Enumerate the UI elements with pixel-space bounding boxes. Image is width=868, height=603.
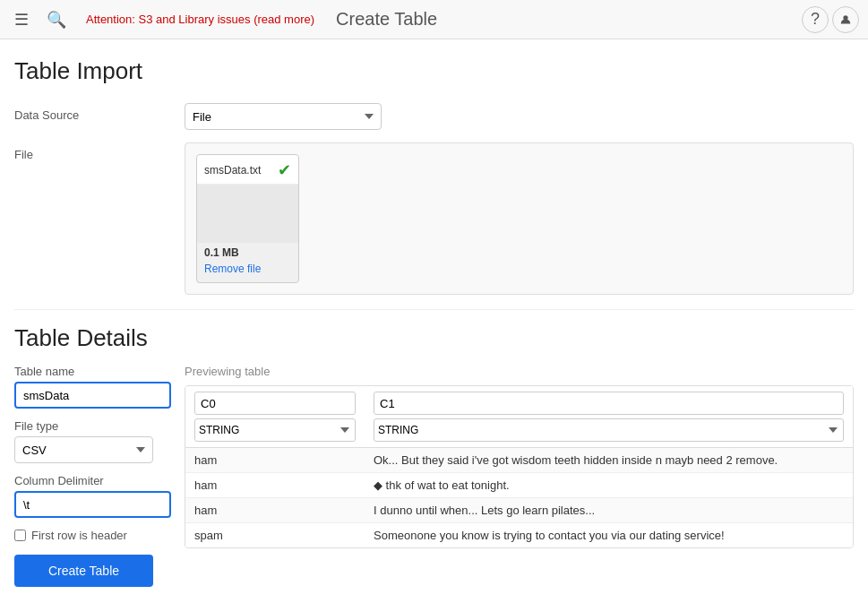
file-name: smsData.txt (204, 164, 261, 177)
details-title: Table Details (14, 324, 854, 352)
first-row-header-checkbox[interactable] (14, 530, 26, 541)
data-source-row: Data Source File S3 URL (14, 103, 854, 130)
column-delimiter-label: Column Delimiter (14, 474, 176, 487)
file-check-icon: ✔ (278, 160, 291, 180)
cell-c1: ◆ thk of wat to eat tonight. (365, 473, 853, 498)
file-type-label: File type (14, 419, 176, 433)
help-icon[interactable]: ? (802, 6, 829, 33)
col-c1-type-select[interactable]: STRING INT FLOAT (374, 418, 844, 442)
preview-header-row: STRING INT FLOAT STRING INT F (185, 386, 853, 448)
file-drop-area[interactable]: smsData.txt ✔ 0.1 MB Remove file (185, 142, 854, 295)
column-c1-header: STRING INT FLOAT (365, 386, 853, 448)
cell-c1: I dunno until when... Lets go learn pila… (365, 498, 853, 523)
details-layout: Table name File type CSV TSV JSON Parque… (14, 365, 854, 587)
file-label: File (14, 142, 185, 161)
first-row-header-label: First row is header (31, 529, 127, 542)
navbar-right: ? (802, 6, 859, 33)
file-size: 0.1 MB (197, 243, 298, 261)
data-source-label: Data Source (14, 103, 185, 122)
cell-c0: ham (185, 473, 365, 498)
col-c0-name-input[interactable] (194, 392, 356, 415)
navbar-title: Create Table (336, 9, 437, 30)
table-name-input[interactable] (14, 382, 171, 409)
file-type-select[interactable]: CSV TSV JSON Parquet (14, 436, 153, 463)
file-card-thumbnail (197, 185, 298, 243)
file-card-header: smsData.txt ✔ (197, 155, 298, 185)
navbar-alert: Attention: S3 and Library issues (read m… (86, 13, 314, 26)
search-icon[interactable]: 🔍 (41, 6, 72, 33)
data-source-select[interactable]: File S3 URL (185, 103, 382, 130)
preview-table-wrap: STRING INT FLOAT STRING INT F (185, 385, 854, 548)
section-divider (14, 309, 854, 310)
create-table-button[interactable]: Create Table (14, 555, 153, 587)
file-card: smsData.txt ✔ 0.1 MB Remove file (196, 154, 299, 283)
table-row: hamI dunno until when... Lets go learn p… (185, 498, 853, 523)
table-row: hamOk... But they said i've got wisdom t… (185, 448, 853, 473)
page-title: Table Import (14, 57, 854, 85)
table-name-label: Table name (14, 365, 176, 378)
cell-c0: ham (185, 448, 365, 473)
remove-file-link[interactable]: Remove file (197, 263, 268, 275)
cell-c0: spam (185, 523, 365, 548)
main-content: Table Import Data Source File S3 URL Fil… (0, 39, 868, 603)
cell-c0: ham (185, 498, 365, 523)
navbar-left: ☰ 🔍 Attention: S3 and Library issues (re… (9, 6, 437, 33)
menu-icon[interactable]: ☰ (9, 6, 34, 33)
cell-c1: Ok... But they said i've got wisdom teet… (365, 448, 853, 473)
col-c1-name-input[interactable] (374, 392, 844, 415)
file-row: File smsData.txt ✔ 0.1 MB Remove file (14, 142, 854, 295)
cell-c1: Someonone you know is trying to contact … (365, 523, 853, 548)
table-row: ham◆ thk of wat to eat tonight. (185, 473, 853, 498)
column-c0-header: STRING INT FLOAT (185, 386, 365, 448)
details-left-panel: Table name File type CSV TSV JSON Parque… (14, 365, 185, 587)
navbar: ☰ 🔍 Attention: S3 and Library issues (re… (0, 0, 868, 39)
col-c0-type-select[interactable]: STRING INT FLOAT (194, 418, 356, 442)
details-right-panel: Previewing table STRING INT FLOAT (185, 365, 854, 548)
preview-label: Previewing table (185, 365, 854, 378)
preview-table: STRING INT FLOAT STRING INT F (185, 386, 853, 547)
table-row: spamSomeonone you know is trying to cont… (185, 523, 853, 548)
first-row-header-row: First row is header (14, 529, 176, 542)
column-delimiter-input[interactable] (14, 491, 171, 518)
user-icon[interactable] (832, 6, 859, 33)
